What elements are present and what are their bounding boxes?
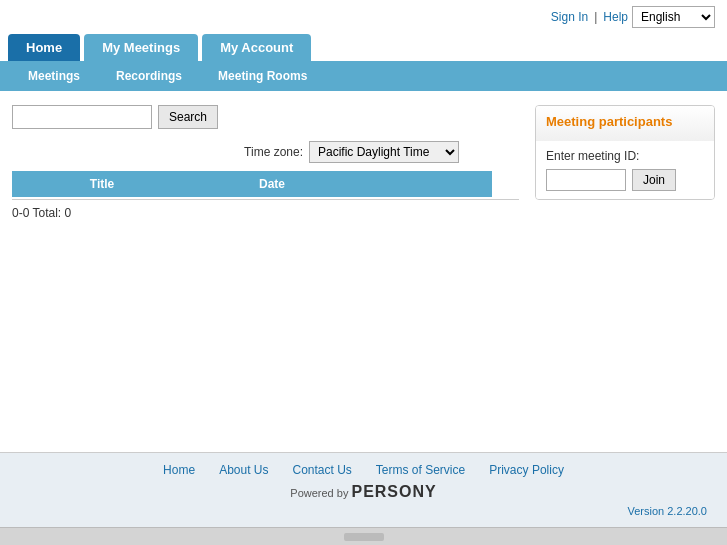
brand-name: PERSONY <box>351 483 436 500</box>
right-panel: Meeting participants Enter meeting ID: J… <box>535 105 715 427</box>
timezone-label: Time zone: <box>244 145 303 159</box>
footer-version: Version 2.2.20.0 <box>0 505 727 517</box>
footer-brand: Powered by PERSONY <box>0 483 727 501</box>
language-select[interactable]: English French Spanish German Japanese <box>632 6 715 28</box>
meeting-id-input[interactable] <box>546 169 626 191</box>
col-date: Date <box>192 171 352 197</box>
scrollbar-area[interactable] <box>0 527 727 545</box>
separator1: | <box>594 10 597 24</box>
tab-home[interactable]: Home <box>8 34 80 61</box>
join-row: Join <box>546 169 704 191</box>
col-title: Title <box>12 171 192 197</box>
timezone-select[interactable]: Pacific Daylight Time Eastern Time Centr… <box>309 141 459 163</box>
footer-home-link[interactable]: Home <box>163 463 195 477</box>
participants-header: Meeting participants <box>536 106 714 141</box>
search-button[interactable]: Search <box>158 105 218 129</box>
footer-about-link[interactable]: About Us <box>219 463 268 477</box>
footer-contact-link[interactable]: Contact Us <box>292 463 351 477</box>
signin-link[interactable]: Sign In <box>551 10 588 24</box>
tab-my-account[interactable]: My Account <box>202 34 311 61</box>
participants-body: Enter meeting ID: Join <box>536 141 714 199</box>
main-content: Search Time zone: Pacific Daylight Time … <box>0 91 727 441</box>
subnav-meetings[interactable]: Meetings <box>10 61 98 91</box>
timezone-row: Time zone: Pacific Daylight Time Eastern… <box>12 141 519 163</box>
tab-my-meetings[interactable]: My Meetings <box>84 34 198 61</box>
footer-privacy-link[interactable]: Privacy Policy <box>489 463 564 477</box>
help-link[interactable]: Help <box>603 10 628 24</box>
subnav-recordings[interactable]: Recordings <box>98 61 200 91</box>
footer-terms-link[interactable]: Terms of Service <box>376 463 465 477</box>
join-button[interactable]: Join <box>632 169 676 191</box>
powered-by-text: Powered by <box>290 487 348 499</box>
subnav-meeting-rooms[interactable]: Meeting Rooms <box>200 61 325 91</box>
participants-label: Enter meeting ID: <box>546 149 704 163</box>
top-bar: Sign In | Help English French Spanish Ge… <box>0 0 727 34</box>
sub-nav: Meetings Recordings Meeting Rooms <box>0 61 727 91</box>
search-input[interactable] <box>12 105 152 129</box>
scroll-handle[interactable] <box>344 533 384 541</box>
total-row: 0-0 Total: 0 <box>12 199 519 226</box>
search-bar: Search <box>12 105 519 129</box>
participants-title: Meeting participants <box>546 114 704 129</box>
left-panel: Search Time zone: Pacific Daylight Time … <box>12 105 519 427</box>
nav-tabs: Home My Meetings My Account <box>0 34 727 61</box>
meetings-table: Title Date <box>12 171 492 197</box>
footer: Home About Us Contact Us Terms of Servic… <box>0 452 727 527</box>
col-actions <box>352 171 492 197</box>
participants-box: Meeting participants Enter meeting ID: J… <box>535 105 715 200</box>
footer-links: Home About Us Contact Us Terms of Servic… <box>0 463 727 477</box>
total-label: 0-0 Total: 0 <box>12 206 71 220</box>
